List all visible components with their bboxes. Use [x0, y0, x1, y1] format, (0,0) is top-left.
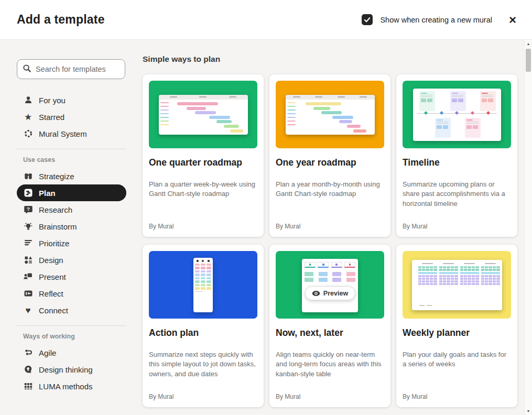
section-label-use-cases: Use cases — [17, 156, 138, 163]
template-description: Summarize upcoming plans or share past a… — [403, 180, 511, 209]
template-card-weekly-planner[interactable]: Weekly planner Plan your daily goals and… — [396, 245, 517, 407]
add-template-dialog: Add a template Show when creating a new … — [0, 0, 532, 415]
sidebar-item-luma-methods[interactable]: LUMA methods — [17, 378, 126, 395]
shapes-icon — [23, 255, 33, 265]
template-card-one-quarter-roadmap[interactable]: One quarter roadmap Plan a quarter week-… — [143, 74, 264, 237]
template-title: One quarter roadmap — [149, 157, 257, 168]
action-plan-preview — [193, 258, 213, 312]
template-title: One year roadmap — [276, 157, 384, 168]
sidebar-item-label: Brainstorm — [39, 222, 77, 231]
sidebar-item-for-you[interactable]: For you — [17, 92, 126, 108]
sidebar-item-prioritize[interactable]: Prioritize — [17, 235, 126, 252]
show-on-create-checkbox[interactable] — [362, 14, 373, 25]
arrow-to-start-icon — [23, 289, 33, 299]
scrollbar[interactable]: ▲ ▼ — [524, 40, 532, 415]
sidebar-item-starred[interactable]: ★ Starred — [17, 108, 126, 125]
lightbulb-icon — [23, 222, 33, 232]
template-title: Weekly planner — [403, 327, 511, 338]
kanban-preview — [302, 259, 358, 312]
template-byline: By Mural — [403, 223, 427, 230]
preview-button[interactable]: Preview — [305, 286, 355, 300]
sidebar-item-design[interactable]: Design — [17, 252, 126, 268]
divider — [17, 325, 126, 326]
sidebar-item-label: Design — [39, 256, 63, 265]
template-thumbnail — [403, 81, 511, 148]
sidebar-item-label: Agile — [39, 348, 56, 357]
sidebar-item-label: Strategize — [39, 172, 74, 181]
template-thumbnail — [149, 251, 257, 319]
template-byline: By Mural — [276, 223, 300, 230]
sidebar-item-label: Connect — [39, 306, 68, 315]
template-description: Plan a quarter week-by-week using Gantt … — [149, 180, 257, 199]
checkbox-label[interactable]: Show when creating a new mural — [380, 16, 492, 24]
sidebar-item-label: Mural System — [39, 129, 87, 138]
sidebar-item-mural-system[interactable]: Mural System — [17, 125, 126, 142]
template-thumbnail: Preview — [276, 251, 384, 319]
binoculars-icon — [23, 171, 33, 181]
dialog-header: Add a template Show when creating a new … — [0, 0, 532, 40]
eye-icon — [312, 289, 320, 298]
sidebar-item-design-thinking[interactable]: Design thinking — [17, 361, 126, 378]
template-gallery: Simple ways to plan — [143, 40, 524, 415]
template-byline: By Mural — [149, 223, 173, 230]
mural-system-icon — [23, 129, 33, 139]
sidebar-item-label: Plan — [39, 189, 56, 198]
person-icon — [23, 95, 33, 105]
template-title: Action plan — [149, 327, 257, 338]
grid-icon — [23, 381, 33, 391]
timeline-preview — [413, 89, 501, 141]
star-icon: ★ — [23, 112, 33, 122]
template-byline: By Mural — [149, 393, 173, 400]
sidebar-item-strategize[interactable]: Strategize — [17, 168, 126, 184]
gantt-preview — [159, 95, 248, 135]
search-input[interactable] — [36, 65, 114, 73]
sidebar-item-connect[interactable]: ♥ Connect — [17, 302, 126, 319]
sidebar-item-present[interactable]: Present — [17, 268, 126, 285]
question-bubble-icon: ? — [23, 205, 33, 215]
scrollbar-thumb[interactable] — [526, 49, 531, 72]
ranked-lines-icon — [23, 238, 33, 248]
template-grid: One quarter roadmap Plan a quarter week-… — [143, 74, 524, 407]
template-description: Summarize next steps quickly with this s… — [149, 350, 257, 379]
template-title: Timeline — [403, 157, 511, 168]
checkmark-icon — [364, 16, 371, 23]
sidebar-item-label: Starred — [39, 113, 64, 122]
sidebar-item-label: Prioritize — [39, 239, 69, 248]
gantt-icon — [23, 188, 33, 198]
template-thumbnail — [403, 251, 511, 319]
weekly-planner-preview — [412, 260, 502, 310]
divider — [17, 149, 126, 149]
template-card-action-plan[interactable]: Action plan Summarize next steps quickly… — [143, 245, 264, 407]
sidebar-item-research[interactable]: ? Research — [17, 201, 126, 218]
template-card-now-next-later[interactable]: Preview Now, next, later Align teams qui… — [269, 245, 390, 407]
template-card-timeline[interactable]: Timeline Summarize upcoming plans or sha… — [396, 74, 517, 237]
sidebar-item-agile[interactable]: Agile — [17, 344, 126, 361]
scroll-up-icon[interactable]: ▲ — [525, 42, 532, 46]
template-byline: By Mural — [403, 393, 427, 400]
sidebar-item-label: Reflect — [39, 289, 63, 298]
preview-button-label: Preview — [323, 290, 348, 297]
sidebar-item-brainstorm[interactable]: Brainstorm — [17, 218, 126, 235]
template-thumbnail — [276, 81, 384, 148]
presenter-icon — [23, 272, 33, 282]
template-card-one-year-roadmap[interactable]: One year roadmap Plan a year month-by-mo… — [269, 74, 390, 237]
search-box[interactable] — [17, 59, 125, 79]
close-button[interactable]: × — [506, 13, 519, 27]
sidebar-item-label: Design thinking — [39, 365, 93, 374]
svg-text:?: ? — [27, 206, 30, 212]
template-thumbnail — [149, 81, 257, 148]
sidebar-item-plan[interactable]: Plan — [17, 184, 126, 201]
sidebar-item-label: Research — [39, 205, 72, 214]
template-byline: By Mural — [276, 393, 300, 400]
template-description: Plan your daily goals and tasks for a se… — [403, 350, 511, 369]
sidebar: For you ★ Starred Mural System Use cases… — [0, 40, 138, 415]
gantt-preview — [286, 95, 375, 135]
heart-icon: ♥ — [23, 305, 33, 315]
template-description: Align teams quickly on near-term and lon… — [276, 350, 384, 379]
loop-arrows-icon — [23, 348, 33, 358]
template-title: Now, next, later — [276, 327, 384, 338]
sidebar-item-reflect[interactable]: Reflect — [17, 285, 126, 302]
template-description: Plan a year month-by-month using Gantt C… — [276, 180, 384, 199]
scroll-down-icon[interactable]: ▼ — [525, 409, 532, 413]
section-title: Simple ways to plan — [143, 54, 524, 64]
